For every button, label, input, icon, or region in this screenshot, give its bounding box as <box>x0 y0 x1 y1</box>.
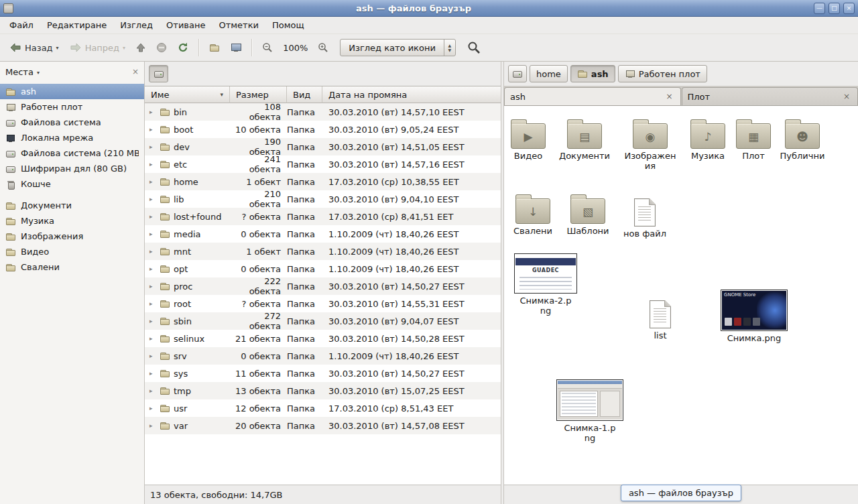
folder-documents-icon: ▤ <box>567 123 602 149</box>
table-row[interactable]: ▸etc241 обектаПапка30.03.2010 (вт) 14,57… <box>145 155 501 173</box>
close-button[interactable]: × <box>843 3 855 14</box>
table-row[interactable]: ▸sbin272 обектаПапка30.03.2010 (вт) 9,04… <box>145 312 501 330</box>
icon-item[interactable]: ◉Изображения <box>621 118 679 171</box>
icon-view[interactable]: ▶Видео▤Документи◉Изображения♪Музика▦Плот… <box>504 106 858 485</box>
expander-icon[interactable]: ▸ <box>149 405 156 412</box>
up-button[interactable] <box>131 39 150 56</box>
sidebar-header[interactable]: Места ▾ × <box>0 62 144 82</box>
expander-icon[interactable]: ▸ <box>149 248 156 255</box>
sidebar-close-icon[interactable]: × <box>132 67 139 76</box>
table-row[interactable]: ▸bin108 обектаПапка30.03.2010 (вт) 14,57… <box>145 103 501 121</box>
menu-item[interactable]: Отметки <box>212 17 265 34</box>
menu-item[interactable]: Редактиране <box>40 17 113 34</box>
table-row[interactable]: ▸home1 обектПапка17.03.2010 (ср) 10,38,5… <box>145 173 501 190</box>
icon-item[interactable]: ▤Документи <box>556 118 613 161</box>
sidebar-item[interactable]: Свалени <box>0 259 144 275</box>
tab-close-icon[interactable]: × <box>664 92 674 101</box>
table-row[interactable]: ▸selinux21 обектаПапка30.03.2010 (вт) 14… <box>145 330 501 347</box>
table-row[interactable]: ▸root? обектаПапка30.03.2010 (вт) 14,55,… <box>145 295 501 312</box>
sidebar-item[interactable]: Музика <box>0 213 144 229</box>
tab[interactable]: Плот× <box>682 87 858 105</box>
stop-button[interactable] <box>151 38 172 57</box>
search-button[interactable] <box>464 38 484 58</box>
expander-icon[interactable]: ▸ <box>149 353 156 359</box>
icon-item[interactable]: GNOME StoreСнимка.png <box>717 290 791 343</box>
sidebar-item[interactable]: Локална мрежа <box>0 130 144 145</box>
table-row[interactable]: ▸var20 обектаПапка30.03.2010 (вт) 14,57,… <box>145 417 501 434</box>
sidebar-item[interactable]: Файлова система (210 MB) <box>0 145 144 161</box>
expander-icon[interactable]: ▸ <box>149 213 156 220</box>
sidebar-item[interactable]: Файлова система <box>0 115 144 130</box>
path-button-Работен плот[interactable]: Работен плот <box>618 65 707 82</box>
expander-icon[interactable]: ▸ <box>149 143 156 150</box>
expander-icon[interactable]: ▸ <box>149 265 156 272</box>
sidebar-item[interactable]: Видео <box>0 244 144 259</box>
expander-icon[interactable]: ▸ <box>149 231 156 237</box>
icon-item[interactable]: list <box>631 297 689 340</box>
titlebar[interactable]: ash — файлов браузър —□× <box>0 0 858 17</box>
menu-item[interactable]: Помощ <box>265 17 311 34</box>
expander-icon[interactable]: ▸ <box>149 109 156 115</box>
table-row[interactable]: ▸tmp13 обектаПапка30.03.2010 (вт) 15,07,… <box>145 382 501 399</box>
expander-icon[interactable]: ▸ <box>149 422 156 429</box>
pathbar-root-button[interactable] <box>149 65 168 82</box>
menu-item[interactable]: Изглед <box>113 17 160 34</box>
sidebar-item[interactable]: ash <box>0 84 144 99</box>
icon-item[interactable]: GUADECСнимка-2.png <box>509 253 583 316</box>
expander-icon[interactable]: ▸ <box>149 283 156 290</box>
sidebar-item[interactable]: Кошче <box>0 176 144 192</box>
path-button-root[interactable] <box>508 65 527 82</box>
table-row[interactable]: ▸media0 обектаПапка1.10.2009 (чт) 18,40,… <box>145 225 501 243</box>
icon-item[interactable]: ▧Шаблони <box>559 193 617 236</box>
path-button-ash[interactable]: ash <box>570 65 615 82</box>
expander-icon[interactable]: ▸ <box>149 300 156 307</box>
icon-item[interactable]: Снимка-1.png <box>553 379 627 443</box>
expander-icon[interactable]: ▸ <box>149 161 156 168</box>
table-row[interactable]: ▸opt0 обектаПапка1.10.2009 (чт) 18,40,26… <box>145 260 501 277</box>
zoom-in-button[interactable] <box>313 38 333 57</box>
column-header[interactable]: Име▾ <box>145 86 230 103</box>
icon-item[interactable]: ↓Свалени <box>504 193 562 236</box>
sidebar-item[interactable]: Документи <box>0 198 144 213</box>
table-row[interactable]: ▸lost+found? обектаПапка17.03.2010 (ср) … <box>145 208 501 225</box>
menu-item[interactable]: Файл <box>3 17 40 34</box>
icon-item[interactable]: ☻Публични <box>774 118 831 161</box>
back-button[interactable]: Назад ▾ <box>5 39 64 57</box>
table-row[interactable]: ▸sys11 обектаПапка30.03.2010 (вт) 14,50,… <box>145 365 501 382</box>
expander-icon[interactable]: ▸ <box>149 196 156 202</box>
zoom-out-button[interactable] <box>257 38 278 57</box>
expander-icon[interactable]: ▸ <box>149 370 156 377</box>
view-mode-spinner[interactable]: ▲ ▼ <box>444 40 455 56</box>
expander-icon[interactable]: ▸ <box>149 387 156 394</box>
maximize-button[interactable]: □ <box>829 3 840 14</box>
reload-button[interactable] <box>173 38 193 57</box>
home-button[interactable] <box>204 38 225 57</box>
expander-icon[interactable]: ▸ <box>149 178 156 185</box>
table-row[interactable]: ▸usr12 обектаПапка17.03.2010 (ср) 8,51,4… <box>145 399 501 417</box>
view-mode-selector[interactable]: Изглед като икони ▲ ▼ <box>340 39 456 56</box>
sidebar-item[interactable]: Работен плот <box>0 99 144 115</box>
table-row[interactable]: ▸proc222 обектаПапка30.03.2010 (вт) 14,5… <box>145 277 501 295</box>
expander-icon[interactable]: ▸ <box>149 335 156 342</box>
table-row[interactable]: ▸boot10 обектаПапка30.03.2010 (вт) 9,05,… <box>145 121 501 138</box>
path-button-home[interactable]: home <box>530 65 568 82</box>
tab-close-icon[interactable]: × <box>841 92 852 101</box>
tab[interactable]: ash× <box>504 87 681 105</box>
table-row[interactable]: ▸lib210 обектаПапка30.03.2010 (вт) 9,04,… <box>145 190 501 208</box>
menu-item[interactable]: Отиване <box>160 17 212 34</box>
table-row[interactable]: ▸mnt1 обектПапка1.10.2009 (чт) 18,40,26 … <box>145 243 501 260</box>
column-header[interactable]: Вид <box>287 86 322 103</box>
minimize-button[interactable]: — <box>814 3 825 14</box>
icon-item[interactable]: ▶Видео <box>504 118 557 161</box>
expander-icon[interactable]: ▸ <box>149 318 156 324</box>
icon-item[interactable]: нов файл <box>616 195 674 239</box>
column-header[interactable]: Размер <box>230 86 287 103</box>
expander-icon[interactable]: ▸ <box>149 126 156 133</box>
sidebar-item[interactable]: Шифриран дял (80 GB) <box>0 161 144 176</box>
forward-button[interactable]: Напред ▾ <box>65 39 131 57</box>
sidebar-item[interactable]: Изображения <box>0 229 144 244</box>
table-row[interactable]: ▸dev190 обектаПапка30.03.2010 (вт) 14,51… <box>145 138 501 155</box>
column-header[interactable]: Дата на промяна <box>322 86 501 103</box>
computer-button[interactable] <box>226 38 246 57</box>
table-row[interactable]: ▸srv0 обектаПапка1.10.2009 (чт) 18,40,26… <box>145 347 501 365</box>
